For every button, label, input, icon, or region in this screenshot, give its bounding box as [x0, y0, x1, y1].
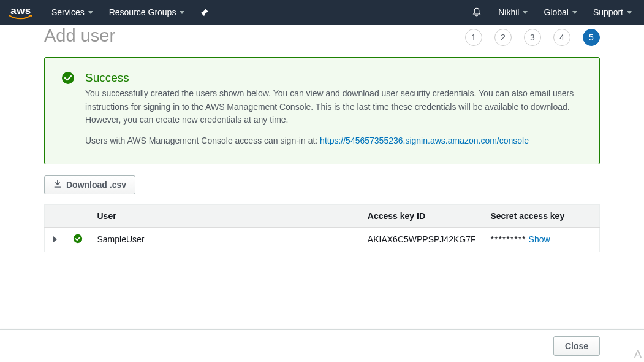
- cell-access-key: AKIAX6C5WPPSPJ42KG7F: [360, 227, 483, 252]
- nav-region-label: Global: [544, 7, 568, 17]
- download-csv-label: Download .csv: [66, 180, 126, 190]
- aws-logo[interactable]: aws: [9, 6, 33, 20]
- col-header-access-key: Access key ID: [360, 204, 483, 227]
- nav-user-label: Nikhil: [498, 7, 519, 17]
- wizard-step-3[interactable]: 3: [524, 29, 541, 46]
- wizard-steps: 12345: [465, 29, 600, 46]
- success-title: Success: [85, 71, 582, 85]
- svg-point-0: [62, 72, 74, 84]
- chevron-down-icon: [627, 11, 632, 14]
- wizard-step-5[interactable]: 5: [583, 29, 600, 46]
- header-row: Add user 12345: [44, 25, 600, 57]
- nav-services-label: Services: [51, 7, 85, 17]
- success-check-icon: [62, 72, 74, 84]
- chevron-down-icon: [180, 11, 184, 14]
- nav-user[interactable]: Nikhil: [494, 0, 531, 25]
- secret-masked: *********: [491, 234, 526, 244]
- row-success-icon: [73, 236, 83, 245]
- nav-support[interactable]: Support: [589, 0, 635, 25]
- download-csv-button[interactable]: Download .csv: [44, 175, 135, 194]
- users-table: User Access key ID Secret access key Sam…: [44, 204, 600, 252]
- chevron-down-icon: [88, 11, 93, 14]
- col-header-status: [66, 204, 90, 227]
- nav-support-label: Support: [593, 7, 623, 17]
- nav-region[interactable]: Global: [540, 0, 580, 25]
- success-alert: Success You successfully created the use…: [44, 57, 600, 164]
- close-button[interactable]: Close: [553, 336, 600, 356]
- corner-glyph: A: [634, 348, 642, 361]
- nav-resource-groups-label: Resource Groups: [109, 7, 176, 17]
- success-body-1: You successfully created the users shown…: [85, 87, 582, 127]
- download-icon: [53, 180, 62, 190]
- download-row: Download .csv: [44, 175, 600, 194]
- wizard-step-2[interactable]: 2: [494, 29, 512, 46]
- nav-services[interactable]: Services: [48, 0, 97, 25]
- success-body-2: Users with AWS Management Console access…: [85, 134, 582, 148]
- footer-bar: Close: [0, 329, 644, 362]
- col-header-secret: Secret access key: [483, 204, 600, 227]
- chevron-down-icon: [572, 11, 577, 14]
- signin-prefix: Users with AWS Management Console access…: [85, 136, 320, 145]
- table-row: SampleUser AKIAX6C5WPPSPJ42KG7F ********…: [45, 227, 600, 252]
- signin-link[interactable]: https://545657355236.signin.aws.amazon.c…: [320, 136, 529, 145]
- svg-rect-1: [55, 186, 61, 187]
- wizard-step-1[interactable]: 1: [465, 29, 482, 46]
- top-nav: aws Services Resource Groups Nikhil Glob…: [0, 0, 644, 25]
- wizard-step-4[interactable]: 4: [553, 29, 570, 46]
- col-header-expand: [45, 204, 66, 227]
- cell-secret: *********Show: [483, 227, 600, 252]
- aws-smile-icon: [9, 15, 33, 20]
- expand-row-icon[interactable]: [53, 236, 57, 242]
- notifications-icon[interactable]: [468, 0, 486, 25]
- cell-username: SampleUser: [90, 227, 360, 252]
- page-title: Add user: [44, 26, 115, 46]
- main-content: Add user 12345 Success You successfully …: [0, 25, 644, 252]
- show-secret-link[interactable]: Show: [529, 234, 550, 244]
- col-header-user: User: [90, 204, 360, 227]
- nav-resource-groups[interactable]: Resource Groups: [105, 0, 189, 25]
- pin-icon[interactable]: [197, 0, 213, 25]
- chevron-down-icon: [523, 11, 528, 14]
